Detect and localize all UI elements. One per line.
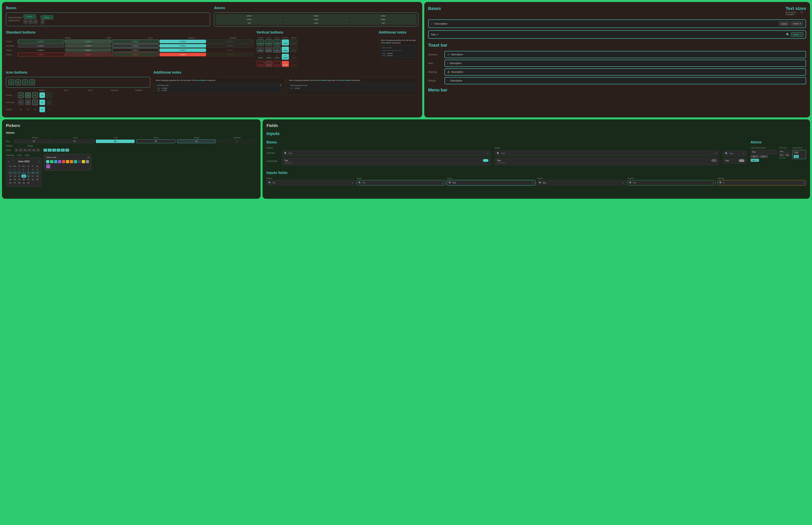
cal-day[interactable]: 30 xyxy=(13,168,17,171)
field-type-input[interactable]: 🔍 Text ⊗ xyxy=(282,151,491,156)
swatch-emerald[interactable] xyxy=(74,160,77,163)
cal-day[interactable]: 9 xyxy=(26,171,31,174)
swatch-navy[interactable] xyxy=(78,160,81,163)
plus-icon-3[interactable]: + xyxy=(33,19,38,24)
vert-tertiary-focus[interactable]: +Action xyxy=(274,54,281,60)
cal-day-selected[interactable]: 15 xyxy=(21,175,26,178)
cal-day[interactable]: 7 xyxy=(17,171,21,174)
week-day-3[interactable]: 01 xyxy=(23,149,27,152)
label-tag-1[interactable]: Label ✕ xyxy=(751,155,759,158)
vert-primary-selected[interactable]: +Action xyxy=(282,40,289,45)
action-btn-2[interactable]: + Action + xyxy=(41,15,53,19)
label-tag-active[interactable]: Label ✕ xyxy=(751,159,759,162)
cal-day[interactable]: 8 xyxy=(21,171,26,174)
vert-secondary-disabled[interactable]: +Action xyxy=(290,47,297,52)
vert-danger-focus[interactable]: +Action xyxy=(274,61,281,67)
plus-icon-1[interactable]: + xyxy=(24,19,28,24)
icon-secondary-selected[interactable]: + xyxy=(40,100,45,105)
icon-tertiary-selected[interactable]: + xyxy=(40,107,45,112)
small-field-input-2[interactable]: 🔍 Text ⊗ xyxy=(723,151,747,156)
input-warning-state[interactable]: 🔍 Ti ⊗ xyxy=(718,180,806,185)
icon-btn-square[interactable]: ▪ xyxy=(41,20,44,25)
cal-day[interactable]: 25 xyxy=(35,178,40,181)
cal-day[interactable]: 2 xyxy=(26,168,31,171)
day-range[interactable]: 01 xyxy=(177,139,216,143)
small-clear-icon-2[interactable]: ⊗ xyxy=(743,152,745,155)
icon-secondary-hover[interactable]: + xyxy=(25,100,31,105)
swatch-red[interactable] xyxy=(62,160,65,163)
tertiary-hover-btn[interactable]: + Action + xyxy=(65,48,112,52)
week-range-2[interactable]: 01 xyxy=(48,149,52,152)
selected-color-swatch[interactable] xyxy=(46,164,50,168)
cal-day[interactable]: 4 xyxy=(35,168,40,171)
plus-icon-2[interactable]: + xyxy=(29,19,33,24)
day-hover[interactable]: 01 xyxy=(55,139,94,143)
swatch-orange[interactable] xyxy=(66,160,69,163)
icon-tertiary-default[interactable]: + xyxy=(18,107,24,112)
primary-focus-btn[interactable]: + Action + xyxy=(112,40,159,43)
input-typing-state[interactable]: 🔍 Text ⊗ xyxy=(537,180,626,185)
action-plus-button[interactable]: Action + xyxy=(791,32,803,37)
cal-day[interactable]: 24 xyxy=(31,178,35,181)
title-search-bar[interactable]: Title ✓ 🔍 Action + xyxy=(428,30,806,39)
input-clear-default[interactable]: ⊗ xyxy=(352,182,353,184)
secondary-disabled-btn[interactable]: + Action + xyxy=(207,44,253,48)
cal-day[interactable]: 30 xyxy=(26,181,31,184)
input-focus-state[interactable]: 🔍 Text ⊗ xyxy=(447,180,535,185)
secondary-selected-btn[interactable]: + Action + xyxy=(159,44,206,48)
vert-primary-disabled[interactable]: +Action xyxy=(290,40,297,45)
cal-day[interactable]: 18 xyxy=(35,175,40,178)
cal-day[interactable]: 27 xyxy=(13,181,17,184)
secondary-focus-btn[interactable]: + Action + xyxy=(112,44,159,48)
swatch-yellow[interactable] xyxy=(82,160,85,163)
vert-secondary-hover[interactable]: +Action xyxy=(265,47,272,52)
primary-selected-btn[interactable]: + Action + xyxy=(159,40,206,43)
cal-day[interactable]: 28 xyxy=(17,181,21,184)
vert-danger-selected[interactable]: +Action xyxy=(282,61,289,67)
toggle-switch-off[interactable] xyxy=(711,159,717,162)
small-clear-icon[interactable]: ⊗ xyxy=(715,152,717,154)
cal-day[interactable]: 19 xyxy=(8,178,13,181)
icon-btn-plus-4[interactable]: + xyxy=(29,79,35,85)
cal-day[interactable]: 14 xyxy=(17,175,21,178)
week-day-6[interactable]: 01 xyxy=(36,149,40,152)
cal-day[interactable]: 21 xyxy=(17,178,21,181)
small-toggle[interactable]: Title Description xyxy=(495,158,719,165)
ctrl-label-1[interactable]: Title xyxy=(794,151,799,154)
cal-day[interactable]: 29 xyxy=(8,168,13,171)
icon-secondary-default[interactable]: + xyxy=(18,100,24,105)
icon-tertiary-hover[interactable]: + xyxy=(25,107,31,112)
icon-btn-plus-2[interactable]: + xyxy=(15,79,21,85)
vert-primary-hover[interactable]: +Action xyxy=(265,40,272,45)
cal-day[interactable]: 29 xyxy=(21,181,26,184)
tertiary-focus-btn[interactable]: + Action + xyxy=(112,48,159,52)
cal-next-btn[interactable]: › xyxy=(38,160,40,163)
day-focus[interactable]: 01 xyxy=(136,139,175,143)
cal-day[interactable]: 6 xyxy=(13,171,17,174)
vert-secondary-default[interactable]: +Action xyxy=(257,47,264,52)
icon-primary-focus[interactable]: + xyxy=(32,92,38,98)
action-button[interactable]: Action xyxy=(779,21,790,26)
week-day-5[interactable]: 01 xyxy=(32,149,36,152)
danger-default-btn[interactable]: + Action + xyxy=(18,53,64,56)
cal-day[interactable]: 20 xyxy=(13,178,17,181)
icon-primary-default[interactable]: + xyxy=(18,92,24,98)
cal-day[interactable]: 1 xyxy=(21,168,26,171)
cal-day[interactable]: 12 xyxy=(8,175,13,178)
danger-selected-btn[interactable]: + Action + xyxy=(159,53,206,56)
cal-prev-btn[interactable]: ‹ xyxy=(8,160,9,163)
swatch-purple[interactable] xyxy=(58,160,61,163)
vert-secondary-selected[interactable]: +Action xyxy=(282,47,289,52)
icon-primary-hover[interactable]: + xyxy=(25,92,31,98)
cal-day[interactable]: 31 xyxy=(17,168,21,171)
week-range-5[interactable]: 01 xyxy=(61,149,65,152)
vert-primary-focus[interactable]: +Action xyxy=(274,40,281,45)
icon-tertiary-disabled[interactable]: + xyxy=(47,107,52,112)
icon-tertiary-focus[interactable]: + xyxy=(32,107,38,112)
input-clear-hover[interactable]: ⊗ xyxy=(442,182,443,184)
cal-day[interactable]: 23 xyxy=(26,178,31,181)
input-success-state[interactable]: 🔍 Title ⊗ xyxy=(627,180,716,185)
toggle-switch-gray[interactable] xyxy=(739,159,745,162)
swatch-teal[interactable] xyxy=(46,160,49,163)
input-clear-focus[interactable]: ⊗ xyxy=(532,182,534,184)
